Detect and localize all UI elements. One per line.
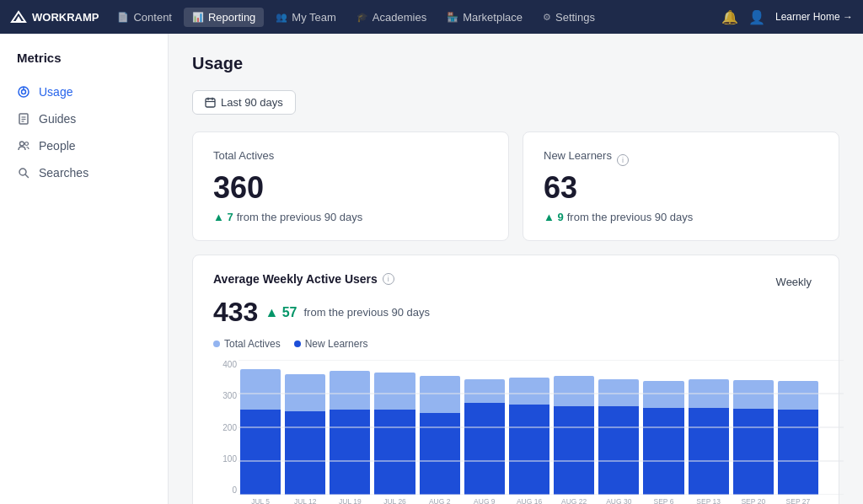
chart-info-icon[interactable]: i	[383, 273, 394, 285]
new-learners-label-row: New Learners i	[544, 149, 818, 170]
bar-label: SEP 6	[643, 497, 683, 504]
bar-top-segment	[689, 379, 729, 408]
bar-bottom-segment	[240, 410, 281, 495]
reporting-icon: 📊	[192, 12, 204, 23]
main-content: Usage Last 90 days Total Actives 360 ▲ 7	[169, 34, 863, 504]
main-layout: Metrics Usage Guides	[0, 34, 863, 504]
total-actives-delta: ▲ 7 from the previous 90 days	[213, 211, 488, 223]
sidebar-item-guides[interactable]: Guides	[0, 105, 168, 132]
bar-label: JUL 26	[374, 497, 415, 504]
logo[interactable]: WORKRAMP	[10, 8, 99, 25]
chart-delta-value: ▲ 57	[265, 305, 297, 320]
bar-bottom-segment	[778, 410, 818, 495]
bar-bottom-segment	[509, 405, 549, 495]
learner-home-button[interactable]: Learner Home →	[775, 11, 853, 23]
bar-group: SEP 20	[733, 360, 774, 504]
bar-group: AUG 2	[420, 360, 460, 504]
new-learners-card: New Learners i 63 ▲ 9 from the previous …	[523, 131, 839, 241]
topnav-right: 🔔 👤 Learner Home →	[721, 9, 853, 25]
bar-group: JUL 26	[374, 360, 415, 504]
bar-label: AUG 2	[420, 497, 460, 504]
bar-label: AUG 30	[598, 497, 639, 504]
new-learners-info-icon[interactable]: i	[617, 154, 629, 166]
legend-new-learners-dot	[294, 340, 301, 347]
nav-content[interactable]: 📄 Content	[109, 8, 180, 27]
academies-icon: 🎓	[356, 12, 368, 23]
bar-bottom-segment	[464, 403, 505, 495]
svg-point-11	[19, 169, 26, 175]
chart-value-row: 433 ▲ 57 from the previous 90 days	[213, 297, 818, 328]
bar-group: AUG 22	[554, 360, 594, 504]
sidebar-item-people[interactable]: People	[0, 132, 168, 159]
legend-new-learners: New Learners	[294, 338, 368, 350]
bar-label: AUG 16	[509, 497, 549, 504]
bar-top-segment	[420, 376, 460, 413]
sidebar-item-searches[interactable]: Searches	[0, 159, 168, 186]
svg-marker-1	[15, 16, 22, 22]
bar-bottom-segment	[330, 410, 370, 495]
date-filter-button[interactable]: Last 90 days	[192, 90, 296, 115]
top-navigation: WORKRAMP 📄 Content 📊 Reporting 👥 My Team…	[0, 0, 863, 34]
weekly-button[interactable]: Weekly	[769, 272, 818, 292]
bar-bottom-segment	[420, 413, 460, 495]
svg-line-12	[26, 175, 29, 178]
total-actives-label: Total Actives	[213, 149, 488, 162]
legend-total-actives: Total Actives	[213, 338, 281, 350]
chart-title-row: Average Weekly Active Users i	[213, 272, 394, 286]
bar-group: SEP 6	[643, 360, 683, 504]
bar-group: AUG 9	[464, 360, 505, 504]
chart-container: 0100200300400JUL 5JUL 12JUL 19JUL 26AUG …	[213, 360, 818, 504]
legend-total-actives-dot	[213, 340, 220, 347]
bar-group: AUG 30	[598, 360, 639, 504]
new-learners-value: 63	[544, 170, 818, 206]
chart-delta-suffix: from the previous 90 days	[303, 306, 430, 319]
page-title: Usage	[192, 54, 839, 73]
bar-top-segment	[464, 379, 505, 403]
nav-marketplace[interactable]: 🏪 Marketplace	[438, 8, 531, 27]
bar-top-segment	[509, 378, 549, 405]
bar-top-segment	[374, 373, 415, 410]
bar-label: JUL 5	[240, 497, 281, 504]
chart-header: Average Weekly Active Users i Weekly	[213, 272, 818, 292]
bar-top-segment	[554, 376, 594, 406]
sidebar-item-usage[interactable]: Usage	[0, 78, 168, 105]
bar-label: JUL 19	[330, 497, 370, 504]
nav-settings[interactable]: ⚙ Settings	[534, 8, 603, 27]
settings-icon: ⚙	[543, 12, 551, 23]
svg-rect-13	[206, 99, 215, 107]
nav-academies[interactable]: 🎓 Academies	[348, 8, 435, 27]
myteam-icon: 👥	[276, 12, 287, 23]
bar-bottom-segment	[598, 406, 639, 495]
bar-top-segment	[285, 374, 325, 411]
new-learners-delta-value: ▲ 9	[544, 211, 564, 223]
marketplace-icon: 🏪	[447, 12, 458, 23]
bar-group: SEP 13	[689, 360, 729, 504]
bar-label: SEP 27	[778, 497, 818, 504]
notification-bell-icon[interactable]: 🔔	[721, 9, 738, 25]
guides-icon	[17, 112, 30, 126]
filter-bar: Last 90 days	[192, 90, 839, 115]
sidebar: Metrics Usage Guides	[0, 34, 169, 504]
total-actives-value: 360	[213, 170, 488, 206]
svg-point-3	[22, 90, 26, 94]
bar-group: SEP 27	[778, 360, 818, 504]
new-learners-label: New Learners	[544, 149, 612, 162]
chart-title: Average Weekly Active Users	[213, 272, 378, 286]
bar-group: JUL 12	[285, 360, 325, 504]
nav-reporting[interactable]: 📊 Reporting	[184, 8, 264, 27]
bar-top-segment	[733, 380, 774, 409]
user-avatar-icon[interactable]: 👤	[748, 9, 765, 25]
chart-card: Average Weekly Active Users i Weekly 433…	[192, 255, 839, 504]
calendar-icon	[205, 97, 216, 108]
bar-label: AUG 9	[464, 497, 505, 504]
svg-point-10	[25, 142, 29, 146]
bar-bottom-segment	[285, 411, 325, 495]
bar-group: AUG 16	[509, 360, 549, 504]
bar-label: JUL 12	[285, 497, 325, 504]
bar-top-segment	[240, 369, 281, 410]
bar-group: JUL 5	[240, 360, 281, 504]
bar-top-segment	[598, 379, 639, 406]
nav-myteam[interactable]: 👥 My Team	[267, 8, 345, 27]
stats-row: Total Actives 360 ▲ 7 from the previous …	[192, 131, 839, 241]
people-icon	[17, 139, 30, 153]
